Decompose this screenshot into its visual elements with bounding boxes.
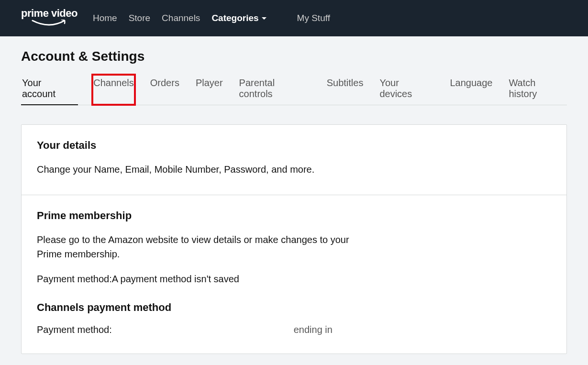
chevron-down-icon	[262, 17, 266, 20]
amazon-smile-icon	[30, 20, 68, 28]
nav-categories[interactable]: Categories	[211, 13, 266, 23]
nav-channels[interactable]: Channels	[162, 13, 200, 23]
nav-categories-label: Categories	[211, 13, 258, 23]
section-your-details[interactable]: Your details Change your Name, Email, Mo…	[22, 125, 566, 195]
tab-orders[interactable]: Orders	[149, 75, 180, 105]
channels-payment-heading: Channels payment method	[37, 301, 551, 314]
channels-payment-row: Payment method: ending in	[37, 324, 551, 335]
prime-video-logo[interactable]: prime video	[21, 8, 78, 28]
page-title: Account & Settings	[21, 49, 567, 64]
nav-my-stuff[interactable]: My Stuff	[297, 13, 330, 23]
your-details-heading: Your details	[37, 139, 551, 152]
prime-text: Please go to the Amazon website to view …	[37, 232, 353, 261]
channels-payment-label: Payment method:	[37, 324, 112, 335]
channels-payment-value: ending in	[294, 324, 333, 335]
tab-watch-history[interactable]: Watch history	[508, 75, 567, 105]
your-details-text: Change your Name, Email, Mobile Number, …	[37, 162, 353, 177]
prime-payment-text: Payment method:A payment method isn't sa…	[37, 272, 353, 286]
settings-panel: Your details Change your Name, Email, Mo…	[21, 124, 567, 354]
section-prime-membership: Prime membership Please go to the Amazon…	[22, 195, 566, 354]
top-nav: prime video Home Store Channels Categori…	[0, 0, 588, 36]
tab-channels[interactable]: Channels	[92, 75, 135, 105]
tab-your-account[interactable]: Your account	[21, 75, 78, 105]
logo-text: prime video	[21, 8, 78, 19]
tab-player[interactable]: Player	[195, 75, 224, 105]
settings-tabs: Your account Channels Orders Player Pare…	[21, 75, 567, 105]
page-content: Account & Settings Your account Channels…	[0, 36, 588, 354]
nav-home[interactable]: Home	[93, 13, 117, 23]
prime-heading: Prime membership	[37, 210, 551, 222]
tab-language[interactable]: Language	[449, 75, 493, 105]
tab-your-devices[interactable]: Your devices	[378, 75, 434, 105]
tab-subtitles[interactable]: Subtitles	[326, 75, 365, 105]
tab-parental-controls[interactable]: Parental controls	[238, 75, 311, 105]
nav-store[interactable]: Store	[129, 13, 150, 23]
